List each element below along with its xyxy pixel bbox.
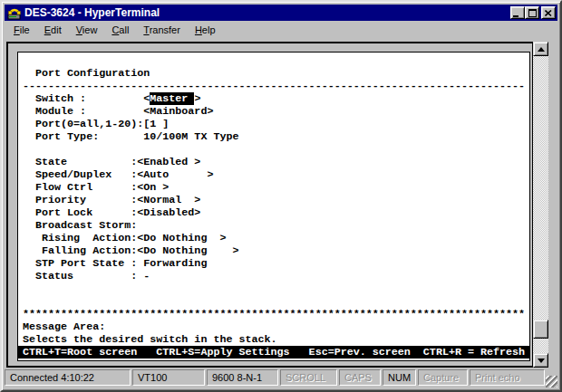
terminal-client-area: Port Configuration----------------------… xyxy=(5,40,557,369)
up-triangle-icon xyxy=(538,47,545,52)
scrollbar-thumb[interactable] xyxy=(533,320,548,339)
terminal-line: Status : - xyxy=(23,270,529,282)
terminal-line: ----------------------------------------… xyxy=(23,80,529,92)
terminal-line: Broadcast Storm: xyxy=(23,219,529,232)
status-baud: 9600 8-N-1 xyxy=(207,369,278,386)
menu-file[interactable]: File xyxy=(6,23,37,38)
minimize-button[interactable] xyxy=(510,6,525,19)
terminal-line: Module : <Mainboard> xyxy=(23,105,529,118)
terminal-line: Selects the desired switch in the stack. xyxy=(23,333,529,346)
maximize-button[interactable] xyxy=(525,6,539,19)
terminal-line: Port(0=all,1-20):[1 ] xyxy=(23,118,529,130)
status-connection: Connected 4:10:22 xyxy=(5,369,131,386)
terminal-line: Switch : <Master > xyxy=(23,92,529,105)
window-controls xyxy=(510,6,556,19)
maximize-icon xyxy=(528,9,537,17)
scroll-down-button[interactable] xyxy=(533,353,548,368)
hyperterminal-window: DES-3624 - HyperTerminal File Edit View … xyxy=(0,0,562,392)
close-icon xyxy=(545,10,552,16)
menu-edit[interactable]: Edit xyxy=(37,23,69,38)
status-bar: Connected 4:10:22 VT100 9600 8-N-1 SCROL… xyxy=(5,367,557,387)
terminal-line: Port Configuration xyxy=(23,67,529,80)
scrollbar-track[interactable] xyxy=(533,56,548,353)
terminal-line xyxy=(23,54,529,67)
window-title: DES-3624 - HyperTerminal xyxy=(24,6,510,19)
scroll-up-button[interactable] xyxy=(533,42,548,56)
hotkey-bar: CTRL+T=Root screen CTRL+S=Apply Settings… xyxy=(18,346,529,359)
terminal-line: State :<Enabled > xyxy=(23,156,529,168)
terminal-line: ****************************************… xyxy=(23,308,529,320)
terminal-frame: Port Configuration----------------------… xyxy=(6,42,534,368)
terminal-line: Port Type: 10/100M TX Type xyxy=(23,130,529,143)
minimize-icon xyxy=(513,15,518,17)
menu-view[interactable]: View xyxy=(69,23,105,38)
down-triangle-icon xyxy=(538,359,545,363)
terminal-line xyxy=(23,143,529,156)
close-button[interactable] xyxy=(541,6,556,19)
title-bar: DES-3624 - HyperTerminal xyxy=(5,5,557,21)
status-print-echo: Print echo xyxy=(470,369,545,386)
menu-transfer[interactable]: Transfer xyxy=(136,23,188,38)
selected-field-highlight: Master xyxy=(150,92,194,105)
status-capture: Capture xyxy=(418,369,468,386)
vertical-scrollbar xyxy=(533,42,548,368)
terminal-line: Message Area: xyxy=(23,320,529,333)
terminal-screen[interactable]: Port Configuration----------------------… xyxy=(17,52,530,361)
status-scroll-lock: SCROLL xyxy=(280,369,337,386)
menu-bar: File Edit View Call Transfer Help xyxy=(5,22,557,39)
terminal-line: Speed/Duplex :<Auto > xyxy=(23,168,529,181)
menu-help[interactable]: Help xyxy=(188,23,223,38)
resize-grip[interactable] xyxy=(546,376,557,387)
menu-call[interactable]: Call xyxy=(104,23,136,38)
terminal-line: STP Port State : Forwarding xyxy=(23,257,529,270)
terminal-line: Priority :<Normal > xyxy=(23,194,529,206)
terminal-line xyxy=(23,295,529,308)
hyperterminal-phone-icon xyxy=(7,6,22,20)
terminal-line: Falling Action:<Do Nothing > xyxy=(23,244,529,257)
terminal-line: Flow Ctrl :<On > xyxy=(23,181,529,194)
status-num-lock: NUM xyxy=(383,369,416,386)
terminal-line xyxy=(23,282,529,295)
status-emulation: VT100 xyxy=(132,369,205,386)
status-caps-lock: CAPS xyxy=(339,369,381,386)
terminal-line: Port Lock :<Disabled> xyxy=(23,206,529,219)
terminal-line: Rising Action:<Do Nothing > xyxy=(23,232,529,244)
